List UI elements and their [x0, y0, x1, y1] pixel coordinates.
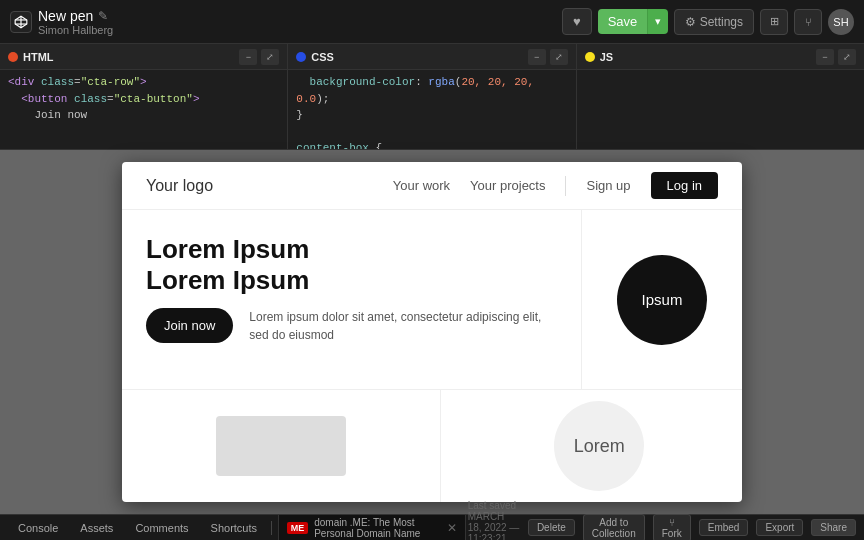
js-editor-controls: − ⤢: [816, 49, 856, 65]
ad-text: domain .ME: The Most Personal Domain Nam…: [314, 517, 440, 539]
pen-info: New pen ✎ Simon Hallberg: [38, 8, 113, 36]
ad-banner[interactable]: ME domain .ME: The Most Personal Domain …: [278, 514, 466, 541]
preview-frame[interactable]: Your logo Your work Your projects Sign u…: [122, 162, 742, 502]
preview-gray-block: [216, 416, 346, 476]
nav-login-button[interactable]: Log in: [651, 172, 718, 199]
css-minimize-button[interactable]: −: [528, 49, 546, 65]
heart-button[interactable]: ♥: [562, 8, 592, 35]
preview-hero-title: Lorem Ipsum Lorem Ipsum: [146, 234, 557, 296]
fork-button[interactable]: ⑂: [794, 9, 822, 35]
fork-bottom-button[interactable]: ⑂ Fork: [653, 514, 691, 541]
nav-link-work[interactable]: Your work: [393, 178, 450, 193]
html-minimize-button[interactable]: −: [239, 49, 257, 65]
preview-logo: Your logo: [146, 177, 213, 195]
html-label: HTML: [23, 51, 54, 63]
preview-nav: Your logo Your work Your projects Sign u…: [122, 162, 742, 210]
save-button[interactable]: Save: [598, 9, 648, 34]
embed-button[interactable]: Embed: [699, 519, 749, 536]
preview-description: Lorem ipsum dolor sit amet, consectetur …: [249, 308, 557, 344]
hero-title-line1: Lorem Ipsum: [146, 234, 557, 265]
ad-icon: ME: [287, 522, 309, 534]
css-editor: CSS − ⤢ background-color: rgba(20, 20, 2…: [288, 44, 576, 149]
hero-title-line2: Lorem Ipsum: [146, 265, 557, 296]
code-line: <div class="cta-row">: [8, 74, 279, 91]
css-editor-content[interactable]: background-color: rgba(20, 20, 20, 0.0);…: [288, 70, 575, 149]
preview-hero: Lorem Ipsum Lorem Ipsum Join now Lorem i…: [122, 210, 742, 390]
preview-circle-white: Lorem: [554, 401, 644, 491]
css-lang-label: CSS: [296, 51, 334, 63]
code-line: background-color: rgba(20, 20, 20, 0.0);: [296, 74, 567, 107]
pen-author: Simon Hallberg: [38, 24, 113, 36]
nav-divider: [565, 176, 566, 196]
bottombar: Console Assets Comments Shortcuts ME dom…: [0, 514, 864, 540]
export-button[interactable]: Export: [756, 519, 803, 536]
save-button-group: Save ▾: [598, 9, 669, 34]
html-lang-label: HTML: [8, 51, 54, 63]
code-line: }: [296, 107, 567, 124]
avatar[interactable]: SH: [828, 9, 854, 35]
bottom-status: Last saved MARCH 18, 2022 — 11:23:21 AM …: [468, 500, 856, 540]
js-lang-label: JS: [585, 51, 613, 63]
ad-close-button[interactable]: ✕: [447, 521, 457, 535]
status-text: Last saved MARCH 18, 2022 — 11:23:21 AM: [468, 500, 520, 540]
js-editor-content[interactable]: [577, 70, 864, 149]
settings-button[interactable]: ⚙ Settings: [674, 9, 754, 35]
js-badge: [585, 52, 595, 62]
console-tab[interactable]: Console: [8, 520, 68, 536]
css-editor-header: CSS − ⤢: [288, 44, 575, 70]
html-editor-header: HTML − ⤢: [0, 44, 287, 70]
assets-tab[interactable]: Assets: [70, 520, 123, 536]
codepen-logo[interactable]: [10, 11, 32, 33]
html-expand-button[interactable]: ⤢: [261, 49, 279, 65]
html-editor-controls: − ⤢: [239, 49, 279, 65]
js-label: JS: [600, 51, 613, 63]
edit-icon[interactable]: ✎: [98, 9, 108, 23]
code-line: content-box {: [296, 140, 567, 149]
layout-button[interactable]: ⊞: [760, 9, 788, 35]
editors: HTML − ⤢ <div class="cta-row"> <button c…: [0, 44, 864, 150]
html-editor-content[interactable]: <div class="cta-row"> <button class="cta…: [0, 70, 287, 149]
js-editor-header: JS − ⤢: [577, 44, 864, 70]
preview-hero-body: Join now Lorem ipsum dolor sit amet, con…: [146, 308, 557, 344]
preview-nav-links: Your work Your projects Sign up Log in: [393, 172, 718, 199]
preview-bottom: Lorem: [122, 390, 742, 502]
delete-button[interactable]: Delete: [528, 519, 575, 536]
js-editor: JS − ⤢: [577, 44, 864, 149]
shortcuts-tab[interactable]: Shortcuts: [201, 520, 267, 536]
code-line: <button class="cta-button">: [8, 91, 279, 108]
html-editor: HTML − ⤢ <div class="cta-row"> <button c…: [0, 44, 288, 149]
preview-bottom-right: Lorem: [441, 390, 743, 502]
code-line: [296, 124, 567, 141]
js-expand-button[interactable]: ⤢: [838, 49, 856, 65]
preview-bottom-left: [122, 390, 441, 502]
code-line: Join now: [8, 107, 279, 124]
add-collection-button[interactable]: Add to Collection: [583, 514, 645, 541]
pen-title[interactable]: New pen ✎: [38, 8, 113, 24]
preview-hero-left: Lorem Ipsum Lorem Ipsum Join now Lorem i…: [122, 210, 582, 389]
right-controls: ♥ Save ▾ ⚙ Settings ⊞ ⑂ SH: [562, 8, 854, 35]
css-label: CSS: [311, 51, 334, 63]
comments-tab[interactable]: Comments: [125, 520, 198, 536]
html-badge: [8, 52, 18, 62]
pen-title-text: New pen: [38, 8, 93, 24]
save-dropdown-button[interactable]: ▾: [647, 9, 668, 34]
css-editor-controls: − ⤢: [528, 49, 568, 65]
nav-link-projects[interactable]: Your projects: [470, 178, 545, 193]
heart-icon: ♥: [573, 14, 581, 29]
preview-hero-right: Ipsum: [582, 210, 742, 389]
preview-area: Your logo Your work Your projects Sign u…: [0, 150, 864, 514]
topbar: New pen ✎ Simon Hallberg ♥ Save ▾ ⚙ Sett…: [0, 0, 864, 44]
js-minimize-button[interactable]: −: [816, 49, 834, 65]
nav-signup[interactable]: Sign up: [586, 178, 630, 193]
css-expand-button[interactable]: ⤢: [550, 49, 568, 65]
preview-circle-black: Ipsum: [617, 255, 707, 345]
share-button[interactable]: Share: [811, 519, 856, 536]
css-badge: [296, 52, 306, 62]
preview-join-button[interactable]: Join now: [146, 308, 233, 343]
bottombar-divider: [271, 521, 272, 535]
